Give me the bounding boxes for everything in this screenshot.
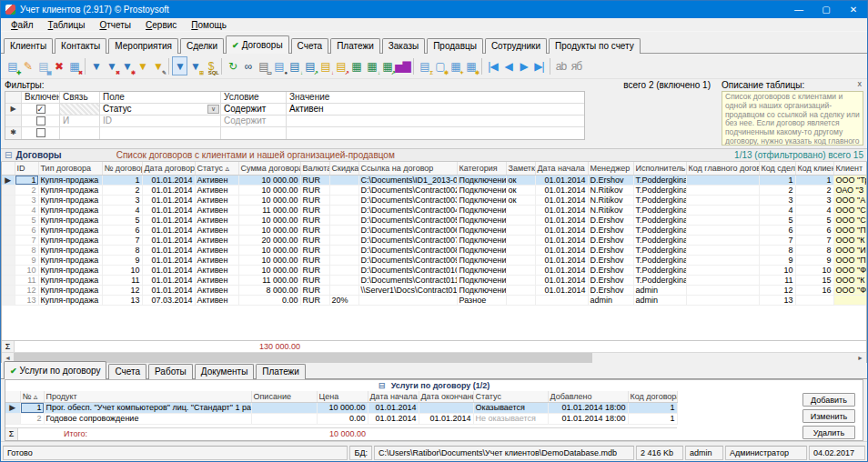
table-row[interactable]: ▶ 1 Прог. обесп. "Учет компьютеров" лиц.… [5,402,677,413]
column-header[interactable] [2,162,15,175]
filter-condition-cell[interactable]: Содержит [221,104,287,115]
table-row[interactable]: 4 Купля-продажа 4 01.01.2014 Активен 11 … [2,205,867,215]
export-doc2-icon[interactable]: ▤ ↗ [302,56,318,75]
filter-tree-icon[interactable]: ▼ ⊞ [187,56,203,75]
export-excel-icon[interactable]: ▦ [348,56,364,75]
table-row[interactable]: 12 Купля-продажа 12 01.01.2014 Активен 8… [2,285,867,295]
menu-item[interactable]: Помощь [184,19,234,31]
table-row[interactable]: 11 Купля-продажа 11 01.01.2014 Активен 1… [2,275,867,285]
export-doc-icon[interactable]: ▤ ↓ [287,56,302,75]
filter-link-cell[interactable]: И [60,116,100,126]
export-report-icon[interactable]: ▤ ↓ [318,56,333,75]
add-record-icon[interactable]: ▤ ✚ [5,56,20,75]
filter-apply-icon[interactable]: ▼ [172,56,187,75]
filter-row[interactable]: ▶ Статус ∨ Содержит Активен [5,104,584,116]
main-tab[interactable]: Клиенты [4,38,53,54]
print-icon[interactable]: ▤ ▭ [256,56,271,75]
grid-settings-icon[interactable]: ▦ ✦ [448,56,463,75]
collapse-icon[interactable]: ⊟ [378,381,386,390]
column-header[interactable]: Статус [473,391,548,402]
nav-next-icon[interactable]: ▶ [516,56,531,75]
column-header[interactable]: Ссылка на договор [358,162,457,175]
column-header[interactable]: ID [15,162,38,175]
action-button[interactable]: Удалить [802,426,855,439]
main-tab[interactable]: Контакты [55,38,106,54]
column-header[interactable]: Скидка [329,162,358,175]
form-view-icon[interactable]: ▢ ✱ [432,56,448,75]
main-tab[interactable]: Платежи [330,38,380,54]
filter-condition-cell[interactable]: Содержит [221,116,287,126]
column-header[interactable]: Добавлено [548,391,628,402]
column-header[interactable]: Валюта [300,162,329,175]
scroll-right-icon[interactable]: ► [854,353,866,363]
column-header[interactable]: Исполнитель [633,162,686,175]
main-tab[interactable]: Мероприятия [108,38,178,54]
menu-item[interactable]: Отчеты [92,19,138,31]
action-button[interactable]: Добавить [802,393,855,407]
table-row[interactable]: 13 Купля-продажа 13 07.03.2014 Активен 0… [2,295,867,305]
main-tab[interactable]: Заказы [382,38,425,54]
column-header[interactable]: Менеджер [588,162,633,175]
table-row[interactable]: 2 Годовое сопровождение 0.00 01.01.2014 … [5,413,677,424]
table-row[interactable]: 10 Купля-продажа 10 01.01.2014 Активен 1… [2,265,867,275]
nav-prev-icon[interactable]: ◀ [500,56,516,75]
table-row[interactable]: 9 Купля-продажа 9 01.01.2014 Активен 10 … [2,255,867,265]
chart-icon[interactable]: ▅▇ [395,56,410,75]
detail-tab[interactable]: Документы [195,364,255,379]
field-dropdown-button[interactable]: ∨ [207,105,219,114]
nav-last-icon[interactable]: ▶| [531,56,547,75]
column-header[interactable]: Код договора [628,391,677,402]
filter-enabled-checkbox[interactable] [36,128,45,137]
column-header[interactable]: Сумма договора [238,162,300,175]
description-close-icon[interactable]: x [858,79,863,88]
column-header[interactable]: Дата начала [368,391,419,402]
menu-item[interactable]: Таблицы [41,19,93,31]
delete-rows-icon[interactable]: ▦ ✖ [66,56,82,75]
menu-item[interactable]: Сервис [138,19,184,31]
filter-field-cell[interactable]: Статус ∨ [100,104,221,115]
edit-record-icon[interactable]: ✎ [20,56,35,75]
main-tab[interactable]: Сделки [180,38,224,54]
filter-remove-icon[interactable]: ▼ ✱ [119,56,135,75]
table-row[interactable]: 7 Купля-продажа 7 01.01.2014 Активен 20 … [2,235,867,245]
column-header[interactable]: Код сделки [759,162,795,175]
table-row[interactable]: 3 Купля-продажа 3 01.01.2014 Активен 10 … [2,195,867,205]
column-header[interactable]: Продукт [44,391,251,402]
filter-row[interactable]: И ID Содержит [5,116,584,127]
detail-tab[interactable]: ✔Услуги по договору [4,361,106,379]
column-header[interactable]: № ▵ [20,391,44,402]
detail-tab[interactable]: Работы [148,364,193,379]
menu-item[interactable]: Файл [4,19,41,31]
action-button[interactable]: Изменить [802,409,855,423]
filter-selection-icon[interactable]: ▼ [135,56,150,75]
detail-tab[interactable]: Платежи [256,364,306,379]
main-tab[interactable]: Сотрудники [485,38,547,54]
table-row[interactable]: 2 Купля-продажа 2 01.01.2014 Активен 10 … [2,185,867,195]
search-binoculars-icon[interactable]: ∞ [240,56,256,75]
export-report2-icon[interactable]: ▤ ↗ [333,56,348,75]
main-tab[interactable]: Продукты по счету [549,38,641,54]
filter-edit-icon[interactable]: ▼ ✎ [150,56,166,75]
column-header[interactable]: Заметки [506,162,535,175]
column-header[interactable]: № договора [102,162,142,175]
maximize-button[interactable]: ▢ [812,1,840,18]
close-button[interactable]: ✕ [840,1,867,18]
column-header[interactable]: Клиент [833,162,867,175]
copy-record-icon[interactable]: ▤ ▤ [35,56,51,75]
table-row[interactable]: 5 Купля-продажа 5 01.01.2014 Активен 10 … [2,215,867,225]
column-header[interactable]: Тип договора [38,162,102,175]
column-header[interactable]: Код клиента [795,162,833,175]
column-header[interactable] [5,391,20,402]
detail-tab[interactable]: Счета [108,364,146,379]
column-header[interactable]: Дата начала [535,162,588,175]
column-header[interactable]: Описание [251,391,317,402]
minimize-button[interactable]: — [785,1,812,18]
table-row[interactable]: ▶ 1 Купля-продажа 1 01.01.2014 Активен 1… [2,175,867,185]
main-tab[interactable]: Продавцы [427,38,483,54]
sql-filter-icon[interactable]: $ SQL [203,56,218,75]
filter-value-cell[interactable] [287,116,584,126]
nav-first-icon[interactable]: |◀ [485,56,500,75]
column-header[interactable]: Категория [457,162,506,175]
filter-include-icon[interactable]: ▼ [88,56,104,75]
export-excel2-icon[interactable]: ▦ ↓ [364,56,379,75]
